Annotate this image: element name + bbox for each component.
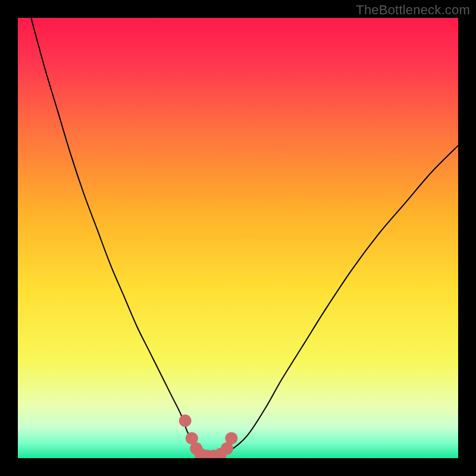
plot-svg — [18, 18, 458, 458]
plot-area — [18, 18, 458, 458]
marker-dot — [179, 415, 192, 427]
watermark-text: TheBottleneck.com — [356, 2, 470, 18]
marker-dot — [225, 432, 237, 444]
chart-frame: TheBottleneck.com — [0, 0, 476, 476]
bottleneck-curve — [31, 18, 458, 456]
flat-region-markers — [179, 415, 238, 458]
